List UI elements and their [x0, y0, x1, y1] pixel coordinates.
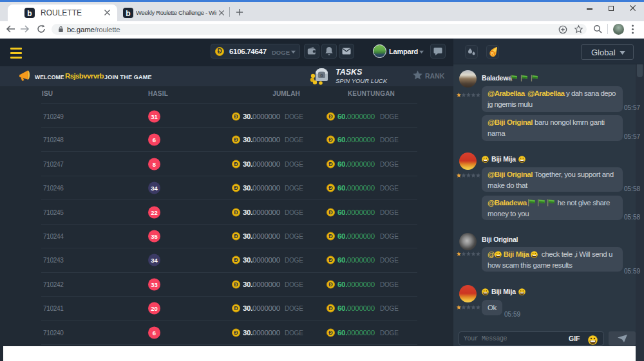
svg-text:0: 0 [320, 73, 323, 79]
svg-text:b: b [27, 9, 32, 18]
svg-text:B: B [491, 51, 494, 56]
svg-text:b: b [126, 9, 130, 18]
